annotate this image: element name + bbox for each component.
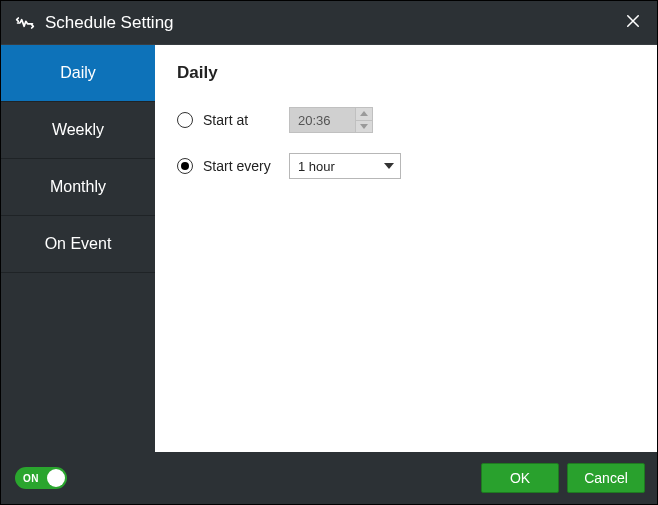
cancel-button-label: Cancel	[584, 470, 628, 486]
svg-marker-0	[360, 111, 368, 116]
start-every-label: Start every	[203, 158, 279, 174]
start-every-radio[interactable]	[177, 158, 193, 174]
toggle-knob	[47, 469, 65, 487]
sidebar-item-label: Daily	[60, 64, 96, 82]
close-icon	[624, 12, 642, 34]
svg-marker-2	[384, 163, 394, 169]
footer: ON OK Cancel	[1, 452, 657, 504]
start-every-select[interactable]: 1 hour	[289, 153, 401, 179]
start-at-radio[interactable]	[177, 112, 193, 128]
start-at-label: Start at	[203, 112, 279, 128]
enable-toggle[interactable]: ON	[15, 467, 67, 489]
sidebar-item-label: Weekly	[52, 121, 104, 139]
start-at-row: Start at	[177, 107, 635, 133]
toggle-on-label: ON	[23, 473, 39, 484]
time-spinner	[355, 107, 373, 133]
svg-marker-1	[360, 124, 368, 129]
ok-button-label: OK	[510, 470, 530, 486]
sidebar-item-label: Monthly	[50, 178, 106, 196]
close-button[interactable]	[619, 9, 647, 37]
sidebar-item-daily[interactable]: Daily	[1, 45, 155, 102]
content-panel: Daily Start at	[155, 45, 657, 452]
time-spin-down[interactable]	[356, 121, 372, 133]
sidebar-item-on-event[interactable]: On Event	[1, 216, 155, 273]
schedule-setting-dialog: Schedule Setting Daily Weekly Monthly On…	[0, 0, 658, 505]
sidebar-item-monthly[interactable]: Monthly	[1, 159, 155, 216]
dialog-body: Daily Weekly Monthly On Event Daily Star…	[1, 45, 657, 452]
chevron-up-icon	[360, 111, 368, 116]
chevron-down-icon	[360, 124, 368, 129]
app-icon	[15, 13, 35, 33]
start-at-time-input	[289, 107, 373, 133]
ok-button[interactable]: OK	[481, 463, 559, 493]
chevron-down-icon	[384, 163, 394, 169]
cancel-button[interactable]: Cancel	[567, 463, 645, 493]
content-heading: Daily	[177, 63, 635, 83]
sidebar-item-weekly[interactable]: Weekly	[1, 102, 155, 159]
titlebar: Schedule Setting	[1, 1, 657, 45]
start-at-time-field[interactable]	[289, 107, 355, 133]
sidebar-item-label: On Event	[45, 235, 112, 253]
start-every-row: Start every 1 hour	[177, 153, 635, 179]
start-every-value: 1 hour	[298, 159, 335, 174]
sidebar: Daily Weekly Monthly On Event	[1, 45, 155, 452]
time-spin-up[interactable]	[356, 108, 372, 121]
dialog-title: Schedule Setting	[45, 13, 619, 33]
